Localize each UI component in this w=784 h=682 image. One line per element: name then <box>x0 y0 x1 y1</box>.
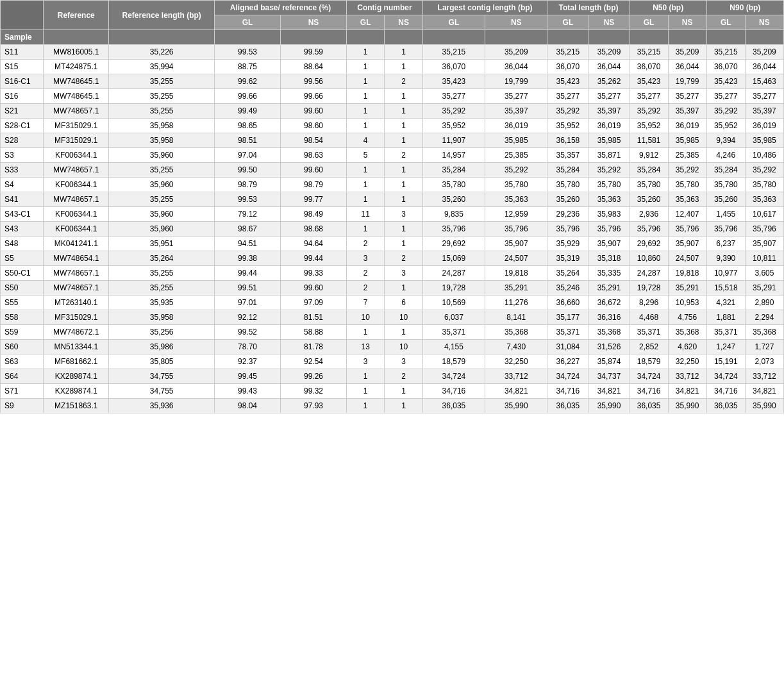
cell: MW748657.1 <box>44 266 109 281</box>
cell: 99.60 <box>281 104 347 119</box>
cell: 1 <box>385 178 422 192</box>
ns-3 <box>485 30 547 45</box>
cell: 35,260 <box>547 192 588 207</box>
cell: 35,284 <box>422 163 485 178</box>
table-row: S5MW748654.135,26499.3899.443215,06924,5… <box>1 251 784 266</box>
cell: 1 <box>385 281 422 295</box>
cell: 35,277 <box>485 89 547 104</box>
cell: 35,318 <box>588 251 630 266</box>
cell: KX289874.1 <box>44 369 109 384</box>
aligned-gl: GL <box>215 15 281 30</box>
cell: 81.51 <box>281 310 347 325</box>
cell: 15,518 <box>706 281 745 295</box>
cell: 99.50 <box>215 163 281 178</box>
cell: 36,035 <box>547 399 588 413</box>
cell: 92.12 <box>215 310 281 325</box>
gl-6 <box>706 30 745 45</box>
cell: 33,712 <box>485 369 547 384</box>
cell: S16-C1 <box>1 74 44 89</box>
cell: 10,860 <box>630 251 668 266</box>
cell: 98.51 <box>215 133 281 148</box>
cell: S50-C1 <box>1 266 44 281</box>
cell: MT424875.1 <box>44 60 109 74</box>
cell: 4,468 <box>630 310 668 325</box>
cell: 10,617 <box>745 207 783 222</box>
cell: S59 <box>1 325 44 340</box>
cell: 24,287 <box>422 266 485 281</box>
contig-ns: NS <box>385 15 422 30</box>
cell: 35,985 <box>588 133 630 148</box>
table-row: S41MW748657.135,25599.5399.771135,26035,… <box>1 192 784 207</box>
cell: 35,255 <box>109 104 215 119</box>
cell: 35,292 <box>485 163 547 178</box>
cell: 35,215 <box>547 45 588 60</box>
table-row: S33MW748657.135,25599.5099.601135,28435,… <box>1 163 784 178</box>
table-row: S4KF006344.135,96098.7998.791135,78035,7… <box>1 178 784 192</box>
cell: 35,990 <box>485 399 547 413</box>
cell: 1 <box>385 133 422 148</box>
cell: 97.04 <box>215 148 281 163</box>
main-header-row: Reference Reference length (bp) Aligned … <box>1 1 784 15</box>
cell: 99.56 <box>281 74 347 89</box>
cell: 36,070 <box>422 60 485 74</box>
cell: MW748657.1 <box>44 192 109 207</box>
cell: 1 <box>346 384 384 399</box>
cell: 34,716 <box>422 384 485 399</box>
n50-gl: GL <box>630 15 668 30</box>
cell: 1 <box>385 163 422 178</box>
cell: 35,780 <box>745 178 783 192</box>
table-row: S50-C1MW748657.135,25599.4499.332324,287… <box>1 266 784 281</box>
cell: 7 <box>346 295 384 310</box>
cell: MF315029.1 <box>44 133 109 148</box>
cell: 10 <box>385 310 422 325</box>
cell: 19,818 <box>485 266 547 281</box>
cell: 99.26 <box>281 369 347 384</box>
cell: 1 <box>346 45 384 60</box>
cell: 36,044 <box>485 60 547 74</box>
sample-header <box>1 1 44 30</box>
table-row: S28-C1MF315029.135,95898.6598.601135,952… <box>1 119 784 133</box>
cell: S11 <box>1 45 44 60</box>
cell: 98.79 <box>215 178 281 192</box>
cell: 35,371 <box>706 325 745 340</box>
cell: 35,958 <box>109 119 215 133</box>
sample-label-row: Sample <box>1 30 784 45</box>
cell: 99.60 <box>281 281 347 295</box>
cell: 35,368 <box>588 325 630 340</box>
cell: MW748657.1 <box>44 281 109 295</box>
cell: 1 <box>346 104 384 119</box>
cell: KF006344.1 <box>44 148 109 163</box>
cell: 35,209 <box>485 45 547 60</box>
cell: 1 <box>385 399 422 413</box>
cell: 34,821 <box>485 384 547 399</box>
cell: 12,407 <box>668 207 706 222</box>
cell: 35,215 <box>422 45 485 60</box>
table-row: S28MF315029.135,95898.5198.544111,90735,… <box>1 133 784 148</box>
cell: 35,209 <box>588 45 630 60</box>
cell: 35,292 <box>630 104 668 119</box>
table-row: S9MZ151863.135,93698.0497.931136,03535,9… <box>1 399 784 413</box>
cell: 88.75 <box>215 60 281 74</box>
cell: 34,821 <box>745 384 783 399</box>
cell: 31,526 <box>588 340 630 354</box>
cell: 31,084 <box>547 340 588 354</box>
cell: 1 <box>385 45 422 60</box>
cell: 24,507 <box>485 251 547 266</box>
cell: 35,929 <box>547 237 588 251</box>
cell: 97.01 <box>215 295 281 310</box>
cell: 98.04 <box>215 399 281 413</box>
cell: 33,712 <box>745 369 783 384</box>
cell: 35,277 <box>668 89 706 104</box>
cell: 36,019 <box>745 119 783 133</box>
cell: 3 <box>385 207 422 222</box>
cell: KF006344.1 <box>44 207 109 222</box>
cell: 4,620 <box>668 340 706 354</box>
cell: 35,960 <box>109 148 215 163</box>
cell: 99.32 <box>281 384 347 399</box>
cell: 1,881 <box>706 310 745 325</box>
cell: 36,070 <box>706 60 745 74</box>
table-row: S15MT424875.135,99488.7588.641136,07036,… <box>1 60 784 74</box>
cell: 35,284 <box>547 163 588 178</box>
cell: 35,292 <box>706 104 745 119</box>
cell: 35,215 <box>630 45 668 60</box>
